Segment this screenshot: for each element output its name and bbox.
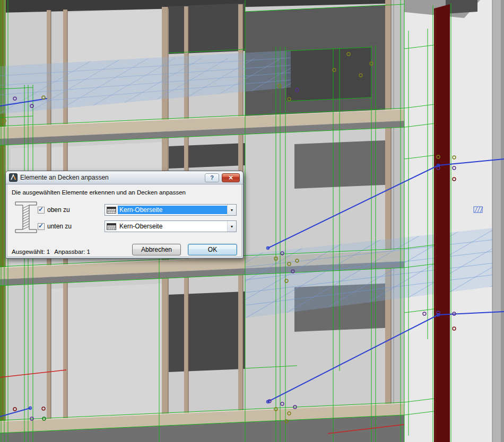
oben-zu-label: oben zu (47, 206, 70, 214)
adjustable-count: Anpassbar: 1 (54, 249, 90, 255)
chevron-down-icon[interactable]: ▼ (227, 205, 236, 215)
help-button[interactable]: ? (205, 173, 219, 182)
archicad-icon (9, 173, 18, 182)
check-icon: ✓ (38, 206, 44, 213)
ok-button[interactable]: OK (188, 244, 237, 255)
unten-zu-label: unten zu (47, 223, 72, 230)
dialog-titlebar[interactable]: Elemente an Decken anpassen ? × (6, 171, 243, 184)
unten-zu-combobox[interactable]: Kern-Oberseite ▼ (105, 220, 237, 232)
help-icon: ? (210, 174, 214, 181)
close-button[interactable]: × (222, 173, 240, 182)
check-icon: ✓ (38, 222, 44, 229)
dialog-body: Die ausgewählten Elemente erkennen und a… (7, 184, 242, 257)
grid-marker-icon (474, 207, 483, 213)
oben-zu-checkbox[interactable]: ✓ (38, 207, 45, 214)
close-icon: × (229, 174, 233, 181)
dialog-title: Elemente an Decken anpassen (20, 174, 202, 181)
section-cut-element (434, 4, 450, 442)
cancel-button[interactable]: Abbrechen (132, 244, 181, 255)
status-line: Ausgewählt: 1Anpassbar: 1 (12, 249, 94, 255)
oben-zu-combobox[interactable]: Kern-Oberseite ▼ (105, 204, 237, 216)
far-right-column (492, 0, 504, 442)
adjust-elements-dialog: Elemente an Decken anpassen ? × Die ausg… (5, 171, 244, 259)
unten-zu-checkbox[interactable]: ✓ (38, 223, 45, 230)
ibeam-profile-icon (15, 200, 37, 236)
selected-count: Ausgewählt: 1 (12, 249, 50, 255)
unten-zu-value: Kern-Oberseite (118, 222, 227, 231)
application-window: Elemente an Decken anpassen ? × Die ausg… (0, 0, 504, 442)
dialog-description: Die ausgewählten Elemente erkennen und a… (12, 189, 186, 196)
oben-zu-value: Kern-Oberseite (118, 206, 227, 214)
slab-layers-icon (105, 207, 118, 214)
chevron-down-icon[interactable]: ▼ (227, 221, 236, 232)
slab-layers-icon (105, 223, 118, 230)
